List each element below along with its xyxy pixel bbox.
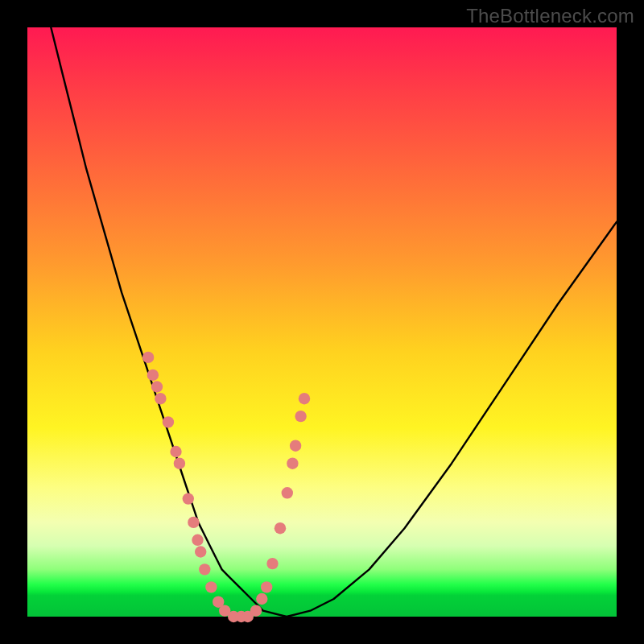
data-point	[205, 581, 217, 592]
data-point	[151, 381, 163, 392]
data-point	[261, 581, 272, 592]
data-point	[199, 564, 210, 575]
watermark-text: TheBottleneck.com	[466, 5, 634, 27]
data-point	[256, 593, 267, 605]
data-point	[290, 440, 301, 452]
data-point	[188, 517, 199, 528]
data-point	[142, 352, 154, 363]
plot-area	[27, 27, 617, 617]
data-point	[250, 605, 262, 617]
data-point	[183, 493, 194, 504]
chart-frame: TheBottleneck.com	[0, 0, 644, 644]
data-point	[170, 446, 181, 457]
data-point	[282, 487, 293, 498]
data-point	[266, 558, 278, 569]
data-point	[195, 546, 206, 557]
data-point	[174, 458, 185, 469]
chart-svg	[27, 27, 617, 617]
data-point	[147, 369, 159, 381]
data-point	[192, 535, 203, 546]
data-point	[299, 393, 310, 404]
bottleneck-curve	[51, 27, 617, 617]
data-point	[275, 522, 286, 534]
data-point	[287, 458, 298, 469]
data-point	[155, 393, 166, 404]
data-point	[295, 411, 306, 422]
data-point	[163, 416, 174, 427]
data-points	[142, 352, 310, 623]
